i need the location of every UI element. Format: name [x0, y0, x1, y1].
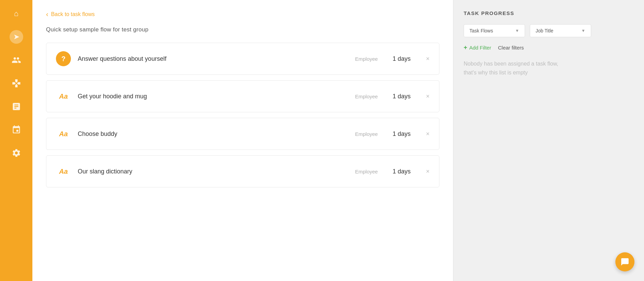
task-title-4: Our slang dictionary — [78, 168, 348, 175]
task-title-1: Answer questions about yourself — [78, 55, 348, 62]
home-icon[interactable]: ⌂ — [10, 7, 23, 20]
task-remove-1[interactable]: × — [426, 55, 430, 62]
task-progress-title: TASK PROGRESS — [464, 10, 634, 16]
content-area: ‹ Back to task flows Quick setup sample … — [32, 0, 644, 281]
left-panel: ‹ Back to task flows Quick setup sample … — [32, 0, 453, 281]
task-flows-chevron-icon: ▼ — [515, 28, 519, 33]
settings-icon[interactable] — [10, 146, 23, 160]
task-title-2: Get your hoodie and mug — [78, 93, 348, 100]
add-filter-button[interactable]: + Add Filter — [464, 44, 491, 51]
task-role-3: Employee — [355, 131, 386, 137]
job-title-label: Job Title — [536, 28, 553, 33]
game-icon[interactable] — [10, 76, 23, 90]
back-link-label: Back to task flows — [51, 11, 95, 17]
tasks-icon[interactable]: ➤ — [10, 30, 23, 44]
clear-filters-button[interactable]: Clear filters — [498, 45, 524, 51]
task-remove-4[interactable]: × — [426, 168, 430, 175]
aa-icon-3: Aa — [56, 126, 71, 141]
task-days-4: 1 days — [392, 168, 416, 175]
task-role-1: Employee — [355, 56, 386, 62]
task-title-3: Choose buddy — [78, 130, 348, 138]
task-remove-3[interactable]: × — [426, 130, 430, 138]
right-panel: TASK PROGRESS Task Flows ▼ Job Title ▼ +… — [453, 0, 644, 281]
org-chart-icon[interactable] — [10, 123, 23, 137]
job-title-chevron-icon: ▼ — [581, 28, 585, 33]
aa-icon-4: Aa — [56, 164, 71, 179]
sidebar: ⌂ ➤ — [0, 0, 32, 281]
main-wrapper: ‹ Back to task flows Quick setup sample … — [32, 0, 644, 281]
task-role-2: Employee — [355, 94, 386, 99]
back-to-task-flows-link[interactable]: ‹ Back to task flows — [46, 10, 439, 18]
task-flows-dropdown[interactable]: Task Flows ▼ — [464, 24, 525, 37]
aa-icon-2: Aa — [56, 89, 71, 104]
job-title-dropdown[interactable]: Job Title ▼ — [530, 24, 591, 37]
task-days-1: 1 days — [392, 55, 416, 62]
add-filter-plus-icon: + — [464, 44, 467, 51]
page-subtitle: Quick setup sample flow for test group — [46, 26, 439, 33]
task-card-4: Aa Our slang dictionary Employee 1 days … — [46, 155, 439, 187]
presentation-icon[interactable] — [10, 100, 23, 113]
empty-state-message: Nobody has been assigned a task flow, th… — [464, 59, 566, 77]
task-days-3: 1 days — [392, 130, 416, 138]
task-card-2: Aa Get your hoodie and mug Employee 1 da… — [46, 80, 439, 112]
task-days-2: 1 days — [392, 93, 416, 100]
chat-button[interactable] — [615, 252, 634, 271]
task-role-4: Employee — [355, 169, 386, 174]
task-remove-2[interactable]: × — [426, 93, 430, 100]
task-card-1: ? Answer questions about yourself Employ… — [46, 43, 439, 75]
people-icon[interactable] — [10, 53, 23, 67]
add-filter-label: Add Filter — [469, 45, 491, 51]
task-flows-label: Task Flows — [469, 28, 493, 33]
filters-row: Task Flows ▼ Job Title ▼ — [464, 24, 634, 37]
question-icon: ? — [56, 51, 71, 66]
task-card-3: Aa Choose buddy Employee 1 days × — [46, 118, 439, 150]
add-filter-row: + Add Filter Clear filters — [464, 44, 634, 51]
back-arrow-icon: ‹ — [46, 10, 48, 18]
